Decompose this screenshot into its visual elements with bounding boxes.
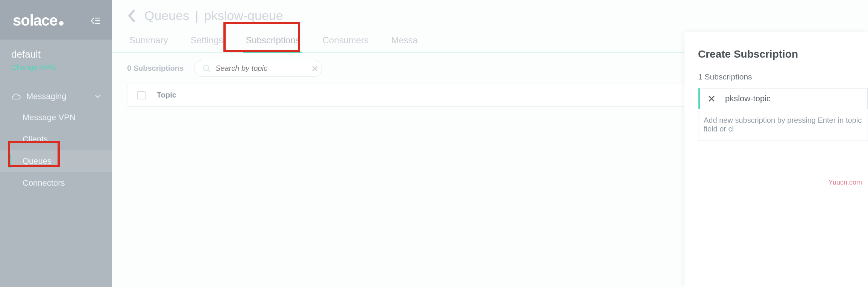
nav-section: Messaging Message VPN Clients Queues Con…	[0, 79, 112, 194]
breadcrumb-separator: |	[195, 8, 199, 23]
sidebar-item-connectors[interactable]: Connectors	[0, 172, 112, 194]
nav-parent-messaging[interactable]: Messaging	[0, 86, 112, 107]
tab-subscriptions[interactable]: Subscriptions	[243, 30, 302, 52]
add-subscription-hint: Add new subscription by pressing Enter i…	[698, 109, 868, 140]
watermark: Yuucn.com	[829, 179, 862, 186]
change-vpn-link[interactable]: Change VPN	[11, 63, 101, 72]
sidebar-item-label: Connectors	[23, 178, 65, 188]
svg-point-3	[203, 65, 209, 70]
chevron-down-icon	[95, 95, 101, 98]
cloud-icon	[11, 93, 21, 100]
breadcrumb-current: pkslow-queue	[204, 8, 283, 23]
main-header: Queues | pkslow-queue	[112, 0, 868, 30]
remove-subscription-button[interactable]	[708, 95, 715, 102]
tab-summary[interactable]: Summary	[127, 30, 170, 52]
column-header-topic[interactable]: Topic	[157, 91, 176, 99]
tab-settings[interactable]: Settings	[188, 30, 226, 52]
brand-dot-icon	[59, 21, 64, 26]
collapse-sidebar-button[interactable]	[90, 17, 101, 25]
svg-line-4	[208, 70, 210, 72]
chevron-left-icon	[127, 9, 136, 23]
search-input[interactable]	[215, 64, 311, 73]
brand-name: solace	[13, 12, 58, 29]
tab-messages[interactable]: Messa	[389, 30, 420, 52]
sidebar-item-label: Clients	[23, 134, 48, 144]
sidebar-item-message-vpn[interactable]: Message VPN	[0, 107, 112, 128]
subscription-topic-label: pkslow-topic	[725, 94, 771, 104]
nav-parent-label: Messaging	[26, 92, 66, 101]
create-subscription-panel: Create Subscription 1 Subscriptions pksl…	[684, 32, 868, 287]
tab-consumers[interactable]: Consumers	[320, 30, 371, 52]
vpn-name: default	[11, 49, 101, 60]
search-icon	[203, 64, 211, 73]
subscription-count: 0 Subscriptions	[127, 64, 184, 73]
search-wrap	[194, 60, 322, 77]
collapse-icon	[90, 17, 101, 25]
sidebar-item-queues[interactable]: Queues	[0, 150, 112, 172]
subscription-chip: pkslow-topic	[698, 88, 868, 109]
sidebar-header: solace	[0, 0, 112, 40]
sidebar-item-label: Queues	[23, 156, 52, 166]
vpn-block: default Change VPN	[0, 40, 112, 79]
back-button[interactable]	[127, 9, 136, 23]
subscription-list: pkslow-topic Add new subscription by pre…	[698, 88, 868, 140]
sidebar: solace default Change VPN Messaging Mess	[0, 0, 112, 287]
sidebar-item-clients[interactable]: Clients	[0, 128, 112, 150]
breadcrumb: Queues | pkslow-queue	[144, 8, 283, 23]
clear-search-button[interactable]	[311, 65, 318, 72]
select-all-checkbox[interactable]	[137, 91, 146, 99]
panel-title: Create Subscription	[698, 48, 868, 60]
breadcrumb-parent[interactable]: Queues	[144, 8, 189, 23]
sidebar-item-label: Message VPN	[23, 113, 76, 122]
panel-subscription-count: 1 Subscriptions	[698, 72, 868, 81]
close-icon	[311, 65, 318, 72]
brand-logo: solace	[13, 12, 64, 29]
close-icon	[708, 95, 715, 102]
